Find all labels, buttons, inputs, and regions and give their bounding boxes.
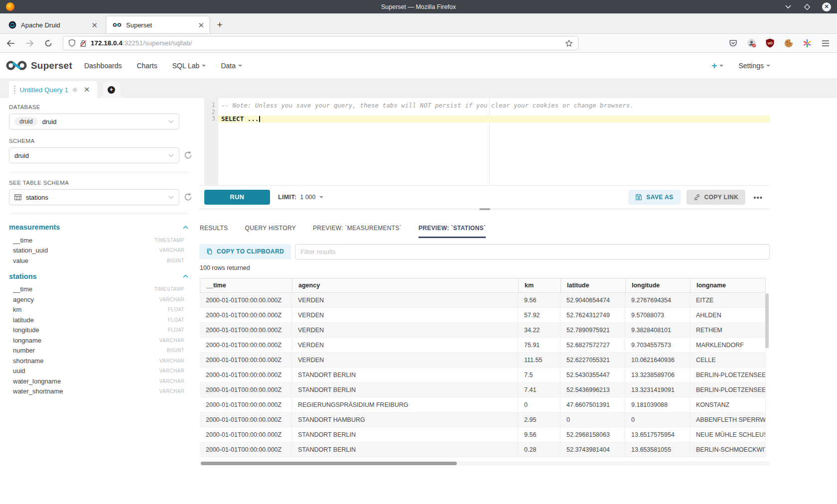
browser-tab-superset[interactable]: Superset ✕ — [107, 16, 209, 33]
table-horizontal-scrollbar[interactable] — [199, 461, 770, 466]
schema-select[interactable]: druid — [9, 147, 179, 163]
run-button[interactable]: RUN — [204, 190, 270, 205]
table-row[interactable]: 2000-01-01T00:00:00.000Z VERDEN 57.92 52… — [200, 308, 766, 323]
menu-icon[interactable] — [821, 38, 830, 48]
table-row[interactable]: 2000-01-01T00:00:00.000Z VERDEN 111.55 5… — [200, 353, 766, 368]
shield-icon[interactable] — [68, 39, 76, 47]
tab-preview-stations[interactable]: PREVIEW: `STATIONS` — [418, 218, 486, 238]
reload-icon[interactable] — [44, 39, 53, 48]
filter-results-input[interactable] — [295, 244, 770, 259]
nav-sql-lab[interactable]: SQL Lab — [172, 62, 206, 70]
column-header-agency[interactable]: agency — [292, 278, 519, 292]
schema-column-row[interactable]: water_shortname VARCHAR — [9, 386, 184, 397]
tab-results[interactable]: RESULTS — [200, 218, 228, 238]
add-query-tab-button[interactable]: + — [103, 81, 120, 98]
drag-handle-icon[interactable] — [14, 86, 15, 94]
schema-column-row[interactable]: __time TIMESTAMP — [9, 235, 184, 246]
schema-column-row[interactable]: value BIGINT — [9, 255, 184, 266]
save-as-button[interactable]: SAVE AS — [628, 190, 680, 205]
nav-dashboards[interactable]: Dashboards — [84, 62, 122, 70]
window-close-icon[interactable]: ✕ — [822, 2, 831, 11]
cell-longname: CELLE — [690, 353, 766, 367]
table-vertical-scrollbar[interactable] — [765, 293, 769, 348]
cell-agency: STANDORT BERLIN — [292, 368, 518, 382]
pane-resize-handle[interactable] — [479, 208, 490, 210]
table-row[interactable]: 2000-01-01T00:00:00.000Z STANDORT BERLIN… — [200, 382, 766, 397]
table-select[interactable]: stations — [9, 189, 179, 205]
editor-line-2[interactable] — [218, 109, 770, 116]
table-section-measurements[interactable]: measurements — [9, 222, 188, 233]
tab-query-history[interactable]: QUERY HISTORY — [245, 218, 296, 238]
schema-column-row[interactable]: shortname VARCHAR — [9, 356, 184, 366]
table-row[interactable]: 2000-01-01T00:00:00.000Z STANDORT BERLIN… — [200, 442, 766, 457]
database-select[interactable]: druid druid — [9, 114, 179, 129]
url-host: 172.18.0.4 — [91, 39, 123, 47]
table-name[interactable]: measurements — [9, 223, 60, 231]
schema-column-row[interactable]: longname VARCHAR — [9, 335, 184, 346]
window-minimize-icon[interactable] — [784, 3, 792, 11]
schema-column-row[interactable]: station_uuid VARCHAR — [9, 246, 184, 256]
cookie-icon[interactable] — [784, 38, 793, 48]
table-row[interactable]: 2000-01-01T00:00:00.000Z VERDEN 75.91 52… — [200, 338, 766, 353]
back-icon[interactable] — [6, 39, 15, 48]
browser-tab-apache-druid[interactable]: Apache Druid ✕ — [2, 16, 103, 33]
query-tab-close-icon[interactable]: ✕ — [84, 85, 90, 94]
table-name[interactable]: stations — [9, 272, 37, 280]
window-maximize-icon[interactable] — [803, 3, 811, 11]
extension-account-icon[interactable] — [747, 38, 756, 48]
column-type: VARCHAR — [159, 388, 184, 394]
table-row[interactable]: 2000-01-01T00:00:00.000Z STANDORT BERLIN… — [200, 427, 766, 442]
url-text[interactable]: 172.18.0.4:32251/superset/sqllab/ — [91, 39, 561, 47]
tab-close-icon[interactable]: ✕ — [198, 21, 204, 29]
copy-to-clipboard-button[interactable]: COPY TO CLIPBOARD — [199, 244, 291, 259]
table-row[interactable]: 2000-01-01T00:00:00.000Z VERDEN 9.56 52.… — [200, 293, 766, 308]
schema-column-row[interactable]: __time TIMESTAMP — [9, 284, 184, 295]
table-row[interactable]: 2000-01-01T00:00:00.000Z STANDORT BERLIN… — [200, 368, 766, 382]
column-header-longitude[interactable]: longitude — [626, 278, 691, 292]
schema-column-row[interactable]: water_longname VARCHAR — [9, 376, 184, 386]
table-row[interactable]: 2000-01-01T00:00:00.000Z REGIERUNGSPRÄSI… — [200, 397, 766, 412]
query-tab-untitled[interactable]: Untitled Query 1 ✕ — [9, 81, 97, 98]
new-tab-button[interactable]: + — [212, 17, 227, 32]
schema-column-row[interactable]: longitude FLOAT — [9, 325, 184, 336]
refresh-schema-icon[interactable] — [184, 151, 192, 159]
cell-longname: MARKLENDORF — [690, 338, 766, 352]
tab-preview-measurements[interactable]: PREVIEW: `MEASUREMENTS` — [313, 218, 402, 238]
schema-column-row[interactable]: km FLOAT — [9, 305, 184, 315]
column-header-latitude[interactable]: latitude — [561, 278, 626, 292]
editor-line-3[interactable]: SELECT ... — [218, 116, 770, 123]
table-section-stations[interactable]: stations — [9, 271, 188, 282]
forward-icon[interactable] — [25, 39, 34, 48]
settings-menu[interactable]: Settings — [738, 62, 770, 70]
nav-data[interactable]: Data — [221, 62, 242, 70]
url-bar[interactable]: 172.18.0.4:32251/superset/sqllab/ — [63, 36, 578, 50]
insecure-lock-icon[interactable] — [80, 39, 87, 47]
column-header-time[interactable]: __time — [200, 278, 292, 292]
schema-column-row[interactable]: uuid VARCHAR — [9, 366, 184, 377]
table-row[interactable]: 2000-01-01T00:00:00.000Z STANDORT HAMBUR… — [200, 412, 766, 427]
column-header-km[interactable]: km — [519, 278, 561, 292]
table-row[interactable]: 2000-01-01T00:00:00.000Z VERDEN 34.22 52… — [200, 323, 766, 338]
schema-column-row[interactable]: number BIGINT — [9, 346, 184, 356]
multi-account-containers-icon[interactable] — [802, 38, 812, 48]
more-actions-button[interactable]: ••• — [751, 193, 765, 202]
limit-dropdown[interactable]: LIMIT: 1 000 — [278, 194, 323, 201]
cell-longname: AHLDEN — [690, 308, 766, 322]
bookmark-star-icon[interactable] — [565, 39, 573, 47]
schema-column-row[interactable]: latitude FLOAT — [9, 315, 184, 325]
chevron-up-icon[interactable] — [183, 274, 188, 278]
horizontal-scrollbar-thumb[interactable] — [201, 462, 457, 465]
nav-charts[interactable]: Charts — [137, 62, 157, 70]
editor-line-1[interactable]: -- Note: Unless you save your query, the… — [218, 102, 770, 109]
add-new-button[interactable]: + — [711, 60, 723, 71]
pocket-icon[interactable] — [728, 38, 738, 48]
tab-close-icon[interactable]: ✕ — [91, 21, 98, 29]
superset-logo[interactable]: Superset — [6, 60, 72, 71]
copy-link-button[interactable]: COPY LINK — [687, 190, 746, 205]
column-header-longname[interactable]: longname — [691, 278, 765, 292]
chevron-up-icon[interactable] — [183, 226, 188, 229]
sql-editor[interactable]: 1 2 3 -- Note: Unless you save your quer… — [199, 98, 770, 185]
schema-column-row[interactable]: agency VARCHAR — [9, 294, 184, 305]
ublock-icon[interactable]: uO — [765, 38, 775, 48]
refresh-tables-icon[interactable] — [184, 193, 192, 201]
